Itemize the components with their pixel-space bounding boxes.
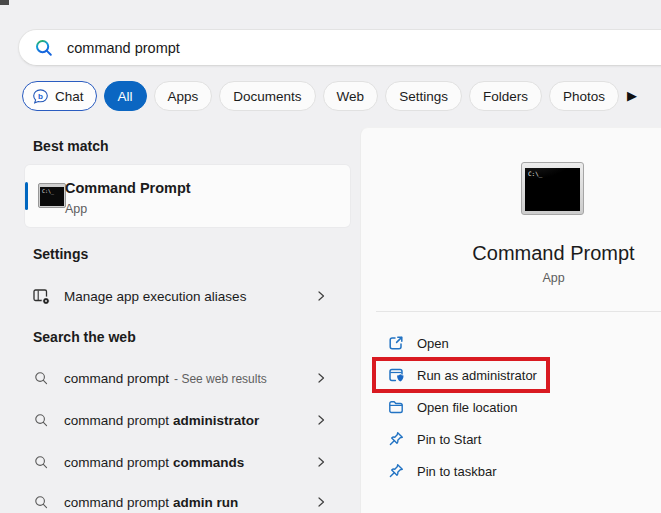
tab-folders-label: Folders [483, 89, 528, 104]
search-icon [25, 371, 57, 386]
tab-web-label: Web [337, 89, 365, 104]
action-pin-to-start[interactable]: Pin to Start [361, 423, 661, 455]
best-match-item[interactable]: C:\ Command Prompt App [25, 165, 350, 227]
web-suggestion-row[interactable]: command prompt - See web results [25, 362, 350, 394]
web-suggestion-row[interactable]: command prompt admin run [25, 486, 350, 513]
search-icon [25, 495, 57, 510]
suggestion-bold: administrator [173, 413, 259, 428]
tab-documents-label: Documents [233, 89, 301, 104]
suggestion-text: command prompt [64, 495, 169, 510]
settings-header: Settings [33, 244, 88, 264]
suggestion-text: command prompt [64, 371, 169, 386]
action-label: Open [417, 336, 449, 351]
tab-settings-label: Settings [399, 89, 448, 104]
chevron-right-icon [314, 289, 328, 303]
tab-folders[interactable]: Folders [469, 81, 542, 111]
search-bar[interactable] [18, 29, 661, 66]
suggestion-bold: commands [173, 455, 244, 470]
window-corner-fragment [0, 0, 9, 5]
pin-icon [387, 430, 405, 448]
search-icon [25, 413, 57, 428]
tab-chat[interactable]: b Chat [22, 81, 97, 111]
action-run-as-administrator[interactable]: Run as administrator [361, 359, 661, 391]
best-match-header: Best match [33, 136, 108, 156]
web-suggestion-row[interactable]: command prompt administrator [25, 404, 350, 436]
best-match-type: App [65, 202, 87, 216]
tab-photos-label: Photos [563, 89, 605, 104]
preview-panel: C:\ Command Prompt App Open [360, 127, 661, 513]
best-match-title: Command Prompt [65, 180, 191, 196]
cmd-icon-text: C:\ [42, 188, 54, 194]
suggestion-suffix: - See web results [174, 372, 267, 386]
run-admin-icon [387, 366, 405, 384]
bing-chat-icon: b [32, 88, 49, 105]
tab-all[interactable]: All [104, 81, 147, 111]
open-icon [387, 334, 405, 352]
svg-text:b: b [38, 91, 43, 100]
search-icon [34, 38, 54, 58]
suggestion-text: command prompt [64, 455, 169, 470]
chevron-right-icon [314, 495, 328, 509]
web-suggestion-row[interactable]: command prompt commands [25, 446, 350, 478]
search-input[interactable] [65, 39, 489, 57]
tab-settings[interactable]: Settings [385, 81, 462, 111]
tab-photos[interactable]: Photos [549, 81, 619, 111]
tab-documents[interactable]: Documents [219, 81, 315, 111]
action-label: Pin to taskbar [417, 464, 497, 479]
more-tabs-icon[interactable]: ▶ [627, 88, 637, 103]
windows-search-flyout: b Chat All Apps Documents Web Settings F… [0, 0, 661, 513]
tab-apps[interactable]: Apps [154, 81, 213, 111]
tab-web[interactable]: Web [323, 81, 379, 111]
chevron-right-icon [314, 371, 328, 385]
action-label: Run as administrator [417, 368, 537, 383]
settings-item-manage-aliases[interactable]: Manage app execution aliases [25, 280, 350, 312]
tab-chat-label: Chat [55, 89, 84, 104]
settings-item-label: Manage app execution aliases [64, 289, 246, 304]
cmd-icon-text: C:\ [528, 170, 542, 177]
folder-icon [387, 398, 405, 416]
app-aliases-icon [25, 287, 57, 306]
pin-icon [387, 462, 405, 480]
search-icon [25, 455, 57, 470]
action-pin-to-taskbar[interactable]: Pin to taskbar [361, 455, 661, 487]
action-label: Open file location [417, 400, 517, 415]
tab-all-label: All [118, 89, 133, 104]
action-label: Pin to Start [417, 432, 481, 447]
chevron-right-icon [314, 455, 328, 469]
chevron-right-icon [314, 413, 328, 427]
selection-accent-bar [25, 182, 28, 210]
preview-app-type: App [361, 271, 661, 285]
filter-tabs: b Chat All Apps Documents Web Settings F… [22, 81, 619, 111]
preview-app-name: Command Prompt [361, 242, 661, 265]
action-open[interactable]: Open [361, 327, 661, 359]
command-prompt-icon-large: C:\ [521, 162, 584, 215]
command-prompt-icon: C:\ [38, 183, 66, 208]
search-web-header: Search the web [33, 327, 136, 347]
divider [376, 311, 661, 312]
action-open-file-location[interactable]: Open file location [361, 391, 661, 423]
suggestion-text: command prompt [64, 413, 169, 428]
suggestion-bold: admin run [173, 495, 238, 510]
action-list: Open Run as administrator [361, 327, 661, 487]
tab-apps-label: Apps [168, 89, 199, 104]
